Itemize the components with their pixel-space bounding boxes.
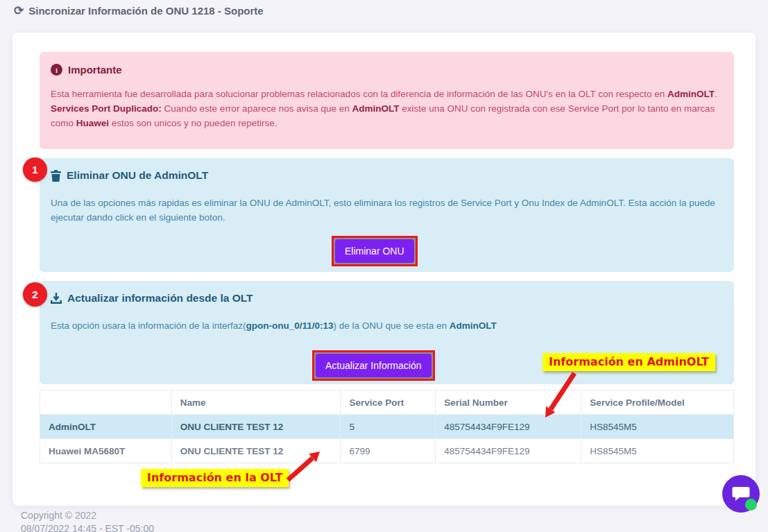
section-2-title: Actualizar información desde la OLT xyxy=(67,292,253,304)
cell-source: Huawei MA5680T xyxy=(40,439,172,463)
eliminar-onu-button[interactable]: Eliminar ONU xyxy=(335,239,414,263)
table-header-row: Name Service Port Serial Number Service … xyxy=(40,391,734,415)
alert-body: Esta herramienta fue desarrollada para s… xyxy=(51,87,723,130)
annotation-info-adminolt: Información en AdminOLT xyxy=(543,353,715,371)
actualizar-info-button[interactable]: Actualizar Información xyxy=(316,354,432,377)
onu-comparison-table: Name Service Port Serial Number Service … xyxy=(40,390,734,463)
page-title: ⟳ Sincronizar Información de ONU 1218 - … xyxy=(14,5,264,17)
section-1-title: Eliminar ONU de AdminOLT xyxy=(67,169,208,182)
step-1-badge: 1 xyxy=(23,157,47,182)
alert-paragraph-2: Services Port Duplicado: Cuando este err… xyxy=(51,101,723,130)
col-service-port: Service Port xyxy=(341,391,436,415)
col-source xyxy=(40,391,172,415)
important-alert: i Importante Esta herramienta fue desarr… xyxy=(40,52,734,149)
cell-service-profile: HS8545M5 xyxy=(581,439,734,463)
alert-title: Importante xyxy=(68,64,122,76)
red-arrow-to-adminolt-row xyxy=(534,370,590,425)
footer-datetime: 08/07/2022 14:45 - EST -05:00 xyxy=(21,523,154,532)
section-2-header: Actualizar información desde la OLT xyxy=(51,292,723,304)
alert-header: i Importante xyxy=(51,64,723,76)
section-1-header: Eliminar ONU de AdminOLT xyxy=(51,169,723,182)
section-2-body: Esta opción usara la información de la i… xyxy=(51,318,723,333)
cell-name: ONU CLIENTE TEST 12 xyxy=(171,415,341,439)
table-row-adminolt: AdminOLT ONU CLIENTE TEST 12 5 485754434… xyxy=(40,415,734,439)
sync-icon: ⟳ xyxy=(14,5,24,17)
cell-serial-number: 485754434F9FE129 xyxy=(436,439,581,463)
alert-paragraph-1: Esta herramienta fue desarrollada para s… xyxy=(51,87,723,101)
cell-service-profile: HS8545M5 xyxy=(581,415,734,439)
online-status-dot xyxy=(745,499,757,510)
annotation-info-olt: Información en la OLT xyxy=(141,469,289,487)
info-icon: i xyxy=(51,64,62,76)
trash-icon xyxy=(51,170,61,182)
col-service-profile: Service Profile/Model xyxy=(581,391,734,415)
cell-source: AdminOLT xyxy=(40,415,172,439)
red-arrow-to-olt-row xyxy=(283,446,332,488)
download-icon xyxy=(51,293,62,304)
cell-service-port: 5 xyxy=(341,415,436,439)
actualizar-info-button-highlight: Actualizar Información xyxy=(312,350,435,381)
section-1-body: Una de las opciones más rapidas es elimi… xyxy=(51,196,723,225)
footer-copyright: Copyright © 2022 xyxy=(21,510,96,521)
cell-service-port: 6799 xyxy=(341,439,436,463)
step-2-badge: 2 xyxy=(23,282,47,307)
page-title-text: Sincronizar Información de ONU 1218 - So… xyxy=(28,5,263,17)
page: ⟳ Sincronizar Información de ONU 1218 - … xyxy=(0,0,768,532)
table-row-huawei-olt: Huawei MA5680T ONU CLIENTE TEST 12 6799 … xyxy=(40,439,734,463)
col-name: Name xyxy=(171,391,341,415)
eliminar-onu-button-highlight: Eliminar ONU xyxy=(332,236,418,266)
